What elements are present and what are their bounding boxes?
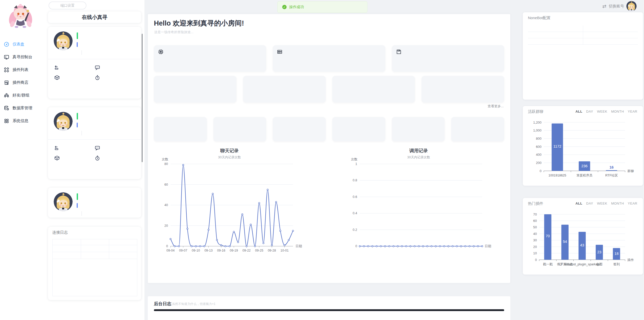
hot-plugins-card: 热门插件 ALLDAYWEEKMONTHYEAR 010203040506070… [523,198,643,275]
stat-tile-row [154,76,504,103]
sidebar-item-database[interactable]: 数据库管理 [0,102,44,114]
welcome-title: Hello 欢迎来到真寻的小房间! [154,19,244,28]
switch-account-button[interactable]: ⇄ 切换账号 [602,1,637,11]
bot-card[interactable] [48,27,141,99]
range-tab-day[interactable]: DAY [586,110,593,113]
message-icon [95,145,100,151]
sidebar-item-plugin-list[interactable]: 插件列表 [0,63,44,76]
svg-text:60: 60 [533,219,537,223]
card-divider [48,59,141,59]
active-groups-card: 活跃群聊 ALLDAYWEEKMONTHYEAR 02004006008001,… [523,106,643,186]
id-accent-bar [77,203,78,208]
svg-text:09-10: 09-10 [192,249,200,252]
svg-text:日期: 日期 [296,244,302,248]
range-tab-month[interactable]: MONTH [611,202,624,205]
app-logo [6,2,35,30]
switch-account-label: 切换账号 [609,4,624,9]
svg-text:43: 43 [580,243,584,247]
svg-text:70: 70 [533,212,537,216]
log-table-row [53,252,137,259]
svg-text:1,200: 1,200 [533,121,541,124]
range-tab-week[interactable]: WEEK [597,110,607,113]
svg-text:80: 80 [164,162,168,166]
swap-icon: ⇄ [602,3,606,9]
name-accent-bar [77,32,78,39]
svg-text:群聊: 群聊 [627,169,634,173]
log-cell [109,245,137,252]
connection-log-card: 连接日志 [48,227,141,300]
svg-text:RTF社区: RTF社区 [605,174,618,177]
svg-text:600: 600 [536,145,541,149]
sidebar-item-label: 仪表盘 [13,42,25,47]
divider [82,50,82,55]
svg-text:16: 16 [609,165,614,169]
bot-card[interactable] [48,188,141,218]
backend-log-subtitle: 虽然不知道为什么，但是视力+1 [172,302,216,306]
range-tab-year[interactable]: YEAR [628,202,637,205]
svg-text:09-04: 09-04 [166,249,175,252]
svg-text:0.8: 0.8 [353,179,357,182]
svg-text:nonebot_plugin_sparkapi: nonebot_plugin_sparkapi [564,263,600,266]
range-tab-month[interactable]: MONTH [611,110,624,113]
config-cell-log_level [583,32,638,38]
sidebar-item-friends-groups[interactable]: 好友/群组 [0,89,44,102]
id-accent-bar [77,123,78,127]
svg-text:1,000: 1,000 [533,128,541,132]
range-tab-all[interactable]: ALL [575,202,582,205]
bot-card[interactable] [48,107,141,179]
sidebar-menu: 仪表盘真寻控制台插件列表插件商店好友/群组数据库管理系统信息 [0,38,44,127]
period-tile [332,117,385,141]
sidebar-item-plugin-store[interactable]: 插件商店 [0,76,44,89]
sidebar-item-dashboard[interactable]: 仪表盘 [0,38,44,51]
svg-text:日期: 日期 [485,244,491,248]
log-column-header [81,239,109,245]
svg-text:30天内记录次数: 30天内记录次数 [407,156,430,159]
period-tile-row [154,117,504,141]
dashboard-main-card: Hello 欢迎来到真寻的小房间! 这是一场传奇的冒险旅途... 查看更多...… [148,14,510,283]
svg-text:次数: 次数 [162,158,168,161]
period-tile [451,117,504,141]
platform-icon [54,75,60,80]
range-tab-all[interactable]: ALL [575,110,582,113]
connection-log-title: 连接日志 [52,230,68,235]
call-records-chart: 调用记录30天内记录次数次数00.20.40.60.81日期 [344,146,493,257]
period-tile [392,117,445,141]
plugin-store-icon [4,80,9,85]
sidebar-item-system-info[interactable]: 系统信息 [0,114,44,127]
divider [82,131,82,135]
svg-text:09-13: 09-13 [205,249,213,252]
log-cell [53,252,81,259]
name-accent-bar [77,193,78,200]
active-groups-chart: 02004006008001,0001,20011721001918625236… [527,118,638,184]
svg-text:70: 70 [546,234,550,238]
port-settings-button[interactable]: 端口设置 [49,2,86,9]
bot-list-scrollbar[interactable] [142,34,143,162]
period-tile [154,117,207,141]
range-tab-day[interactable]: DAY [586,202,593,205]
sidebar-item-label: 好友/群组 [13,93,29,98]
stat-tile [154,76,236,103]
timer-icon [95,155,100,161]
svg-text:调用记录: 调用记录 [409,148,428,153]
period-tile [213,117,266,141]
id-accent-bar [77,42,78,47]
svg-text:50: 50 [533,225,537,229]
sidebar-item-console[interactable]: 真寻控制台 [0,51,44,63]
config-cell-api_timeout [528,38,583,44]
system-icon [4,118,9,124]
account-avatar[interactable] [626,1,637,11]
database-icon [4,105,9,111]
range-tab-year[interactable]: YEAR [628,110,637,113]
log-cell [81,245,109,252]
sidebar-item-label: 插件商店 [13,80,28,85]
svg-text:23: 23 [597,250,601,254]
range-tab-week[interactable]: WEEK [597,202,607,205]
svg-text:09-19: 09-19 [230,249,238,252]
disk-icon [396,49,402,55]
svg-text:09-16: 09-16 [217,249,225,252]
sidebar-item-label: 数据库管理 [13,105,32,111]
active-groups-range-tabs: ALLDAYWEEKMONTHYEAR [575,110,637,113]
svg-text:20: 20 [164,224,168,228]
view-more-link[interactable]: 查看更多... [488,104,504,109]
nonebot-config-title: NoneBot配置 [528,16,550,20]
